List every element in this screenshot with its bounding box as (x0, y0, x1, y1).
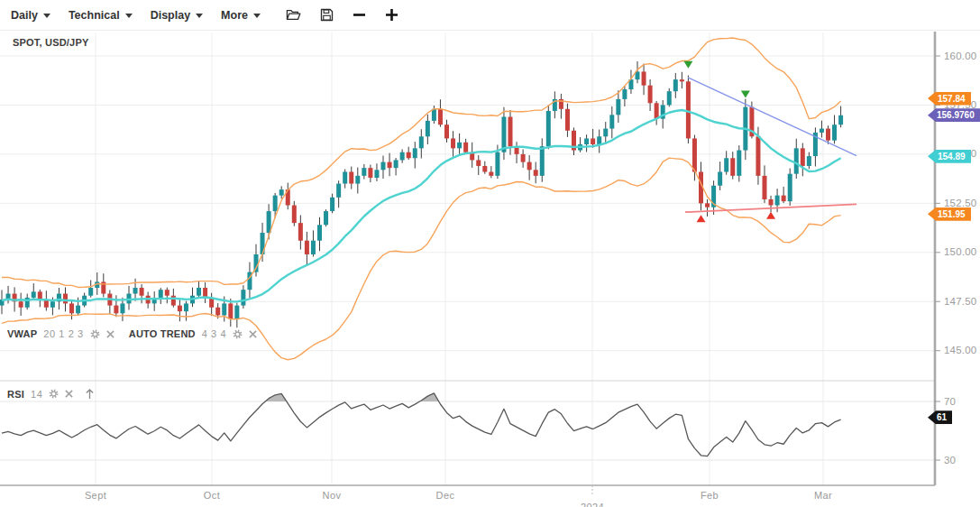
chevron-down-icon (43, 14, 50, 18)
price-tick-label: 147.50 (944, 296, 976, 308)
menu-technical[interactable]: Technical (69, 9, 133, 22)
move-pane-up-icon[interactable] (85, 388, 95, 400)
remove-icon[interactable] (65, 390, 73, 398)
price-tick-label: 150.00 (944, 246, 976, 258)
settings-icon[interactable] (49, 389, 59, 399)
menu-technical-label: Technical (69, 9, 120, 22)
chart-canvas[interactable] (0, 0, 980, 507)
signal-markers (683, 61, 775, 223)
remove-icon[interactable] (249, 330, 257, 338)
chevron-down-icon (253, 14, 261, 18)
rsi-tick-label: 30 (944, 455, 956, 466)
candles (0, 61, 843, 327)
zoom-in-icon[interactable] (385, 8, 398, 22)
auto-trend-legend: AUTO TREND 4 3 4 (129, 328, 257, 339)
price-badge-vwap: 154.89 (928, 150, 971, 163)
chevron-down-icon (125, 14, 133, 18)
time-tick-year-label: 2024 (581, 502, 604, 507)
vwap-legend-name: VWAP (7, 328, 37, 339)
save-icon[interactable] (320, 8, 334, 22)
zoom-out-icon[interactable] (353, 8, 366, 22)
price-badge-last-price: 156.9760 (928, 108, 980, 122)
trading-chart-app: Daily Technical Display More (0, 0, 980, 507)
vwap-legend-params: 20 1 2 3 (43, 328, 84, 339)
auto-trend-legend-params: 4 3 4 (202, 328, 226, 339)
panel-frame (0, 32, 940, 496)
menu-timeframe[interactable]: Daily (11, 9, 50, 22)
time-tick-label: Feb (701, 490, 719, 501)
rsi-legend-name: RSI (7, 389, 24, 400)
time-tick-label: Mar (814, 490, 832, 501)
open-folder-icon[interactable] (286, 8, 301, 22)
time-tick-label: Sept (85, 490, 106, 501)
price-tick-label: 145.00 (944, 345, 976, 356)
remove-icon[interactable] (106, 330, 114, 338)
menu-more[interactable]: More (221, 9, 261, 22)
auto-trend-legend-name: AUTO TREND (129, 328, 196, 339)
menu-more-label: More (221, 9, 248, 22)
toolbar: Daily Technical Display More (0, 0, 980, 31)
price-badge-band-upper: 157.84 (928, 92, 971, 106)
rsi-plot (2, 393, 841, 460)
rsi-legend-params: 14 (31, 389, 42, 400)
indicator-legend: VWAP 20 1 2 3 AUTO TREND 4 3 4 (7, 328, 271, 339)
chevron-down-icon (196, 14, 203, 18)
menu-display-label: Display (151, 9, 190, 22)
time-tick-label: Oct (204, 490, 220, 501)
rsi-tick-label: 70 (944, 396, 956, 408)
toolbar-icon-group (286, 8, 398, 22)
rsi-legend-group: RSI 14 (7, 388, 95, 400)
rsi-legend: RSI 14 (7, 388, 109, 400)
settings-icon[interactable] (90, 329, 100, 339)
auto-trend-lines (685, 78, 856, 212)
price-badge-band-lower: 151.95 (928, 207, 971, 221)
symbol-label: SPOT, USD/JPY (13, 37, 89, 48)
vwap-legend: VWAP 20 1 2 3 (7, 328, 114, 339)
time-tick-label: Nov (323, 490, 342, 501)
gridlines (0, 32, 935, 485)
time-tick-label: Dec (436, 490, 455, 501)
price-tick-label: 160.00 (944, 51, 976, 62)
menu-timeframe-label: Daily (11, 9, 38, 22)
settings-icon[interactable] (233, 329, 243, 339)
menu-display[interactable]: Display (151, 9, 203, 22)
